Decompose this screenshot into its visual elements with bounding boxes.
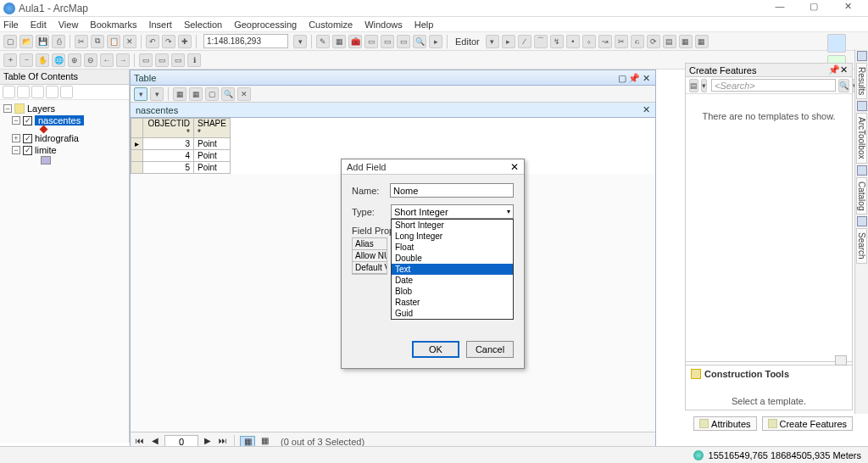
cell-shape[interactable]: Point [194,138,231,150]
print-icon[interactable]: ⎙ [52,35,65,48]
scale-input[interactable] [203,34,288,48]
search-icon[interactable] [857,216,867,226]
modelbuilder-icon[interactable]: ▭ [381,35,394,48]
full-extent-icon[interactable]: 🌐 [52,53,65,67]
zoom-selected-icon[interactable]: 🔍 [221,87,235,101]
menu-view[interactable]: View [58,20,79,30]
menu-windows[interactable]: Windows [364,20,403,30]
select-elements-icon[interactable]: ▭ [171,53,185,67]
name-input[interactable] [390,183,514,198]
cell-oid[interactable]: 4 [143,150,194,162]
cut-icon[interactable]: ✂ [75,35,88,48]
undo-icon[interactable]: ↶ [146,35,159,48]
type-option[interactable]: Raster [392,297,513,308]
save-icon[interactable]: 💾 [36,35,49,48]
type-option[interactable]: Text [392,264,513,275]
pin-icon[interactable]: 📌 [828,64,838,75]
delete-icon[interactable]: ✕ [123,35,136,48]
paste-icon[interactable]: 📋 [107,35,120,48]
table-icon[interactable]: ▦ [332,35,346,48]
menu-help[interactable]: Help [415,20,434,30]
copy-icon[interactable]: ⧉ [91,35,104,48]
layer-hidrografia[interactable]: + hidrografia [12,132,125,144]
results-icon[interactable] [857,51,867,61]
close-icon[interactable]: ✕ [838,64,849,75]
window-dock-icon[interactable]: ▢ [616,73,628,83]
identify-icon[interactable]: ℹ [187,53,201,67]
reshape-icon[interactable]: ↝ [598,35,612,48]
open-icon[interactable]: 📂 [19,35,33,48]
table-row[interactable]: 5 Point [131,162,231,174]
new-template-icon[interactable]: ▤ [689,79,698,92]
panel-divider[interactable] [686,361,852,365]
list-by-source-icon[interactable] [17,86,30,98]
toolbar-arrow-icon[interactable]: ▸ [429,35,442,48]
menu-bookmarks[interactable]: Bookmarks [90,20,136,30]
redo-icon[interactable]: ↷ [162,35,175,48]
checkbox[interactable] [23,116,32,126]
table-titlebar[interactable]: Table ▢ 📌 ✕ [131,70,655,86]
window-pin-icon[interactable]: 📌 [628,73,640,83]
options-icon[interactable] [60,86,73,98]
menu-insert[interactable]: Insert [148,20,172,30]
create-features-icon[interactable]: ▦ [695,35,709,48]
type-option[interactable]: Float [392,242,513,253]
search-icon[interactable]: 🔍 [413,35,426,48]
collapse-icon[interactable]: − [12,146,20,154]
list-by-visibility-icon[interactable] [31,86,44,98]
arctoolbox-icon[interactable] [857,101,867,111]
arc-segment-icon[interactable]: ⌒ [534,35,548,48]
template-search-input[interactable] [711,79,836,92]
type-option[interactable]: Double [392,253,513,264]
minimize-button[interactable]: — [763,1,797,16]
results-tab[interactable]: Results [856,63,867,99]
field-prop-row[interactable]: Alias [353,238,387,250]
straight-segment-icon[interactable]: ∕ [518,35,531,48]
zoom-out-icon[interactable]: － [19,53,33,67]
cancel-button[interactable]: Cancel [466,341,514,358]
row-header-corner[interactable] [131,119,143,138]
checkbox[interactable] [23,146,32,155]
type-option[interactable]: Long Integer [392,231,513,242]
editor-menu-label[interactable]: Editor [455,36,480,47]
cell-oid[interactable]: 5 [143,162,194,174]
rotate-icon[interactable]: ⟳ [647,35,660,48]
toc-root[interactable]: − Layers [3,103,125,114]
menu-geoprocessing[interactable]: Geoprocessing [234,20,297,30]
close-button[interactable]: ✕ [831,1,865,16]
split-tool-icon[interactable]: ⎌ [631,35,644,48]
collapse-icon[interactable]: − [12,116,20,125]
attributes-icon[interactable]: ▤ [663,35,676,48]
attributes-tab[interactable]: Attributes [693,416,756,431]
layer-limite[interactable]: − limite [12,144,125,156]
menu-selection[interactable]: Selection [184,20,222,30]
editor-toggle-icon[interactable]: ✎ [316,35,330,48]
layer-nascentes[interactable]: − nascentes [12,114,125,126]
col-objectid[interactable]: OBJECTID * [143,119,194,138]
type-option[interactable]: Short Integer [392,220,513,231]
snapping-icon[interactable] [827,34,846,53]
search-tab[interactable]: Search [856,228,867,264]
type-select[interactable]: Short Integer ▾ Short Integer Long Integ… [391,204,514,219]
menu-customize[interactable]: Customize [309,20,353,30]
row-header[interactable] [131,162,143,174]
checkbox[interactable] [23,134,32,143]
table-options-icon[interactable]: ▾ [134,87,147,101]
menu-file[interactable]: File [3,20,19,30]
select-by-attributes-icon[interactable]: ▦ [173,87,186,101]
cell-oid[interactable]: 3 [143,138,194,150]
cut-polygons-icon[interactable]: ✂ [615,35,628,48]
related-tables-icon[interactable]: ▾ [150,87,164,101]
back-icon[interactable]: ← [100,53,114,67]
search-go-icon[interactable]: 🔍 [838,79,849,92]
col-shape[interactable]: SHAPE * [194,119,231,138]
row-indicator-icon[interactable]: ▸ [131,138,143,150]
clear-selection-icon[interactable]: ▭ [155,53,169,67]
maximize-button[interactable]: ▢ [797,1,831,16]
catalog-icon[interactable] [857,165,867,176]
forward-icon[interactable]: → [116,53,130,67]
field-prop-row[interactable]: Allow NULL [353,250,387,262]
fixed-zoom-in-icon[interactable]: ⊕ [68,53,81,67]
table-tab-close-icon[interactable]: ✕ [643,104,650,115]
sketch-props-icon[interactable]: ▦ [679,35,693,48]
